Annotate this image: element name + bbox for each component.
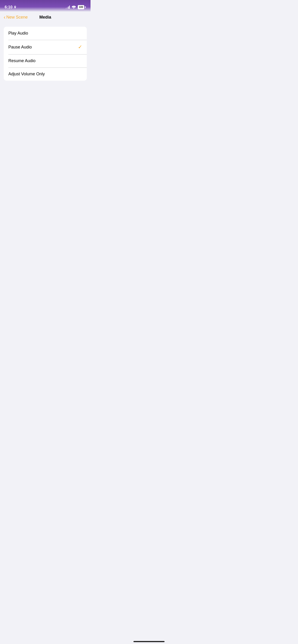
play-audio-label: Play Audio (8, 31, 28, 36)
selected-checkmark-icon: ✓ (78, 44, 82, 50)
page-title: Media (39, 15, 51, 20)
nav-bar: ‹ New Scene Media (0, 12, 91, 22)
battery-level: 100 (78, 5, 84, 9)
resume-audio-label: Resume Audio (8, 58, 36, 63)
content-area: Play Audio Pause Audio ✓ Resume Audio Ad… (0, 22, 91, 85)
back-button[interactable]: ‹ New Scene (4, 15, 28, 20)
list-item-resume-audio[interactable]: Resume Audio (4, 54, 87, 68)
wifi-icon (72, 6, 76, 9)
list-item-pause-audio[interactable]: Pause Audio ✓ (4, 40, 87, 54)
location-icon (14, 6, 17, 8)
list-item-adjust-volume[interactable]: Adjust Volume Only (4, 68, 87, 81)
status-right: 100 (66, 5, 86, 9)
status-bar: 6:10 100 (0, 0, 91, 12)
status-time: 6:10 (5, 5, 17, 10)
list-item-play-audio[interactable]: Play Audio (4, 27, 87, 40)
signal-icon (66, 6, 70, 9)
battery-tip (85, 6, 86, 8)
back-chevron-icon: ‹ (4, 15, 5, 20)
battery-indicator: 100 (78, 5, 86, 9)
back-label: New Scene (6, 15, 28, 20)
adjust-volume-label: Adjust Volume Only (8, 72, 45, 76)
pause-audio-label: Pause Audio (8, 45, 32, 50)
time-display: 6:10 (5, 5, 13, 10)
media-options-list: Play Audio Pause Audio ✓ Resume Audio Ad… (4, 27, 87, 81)
